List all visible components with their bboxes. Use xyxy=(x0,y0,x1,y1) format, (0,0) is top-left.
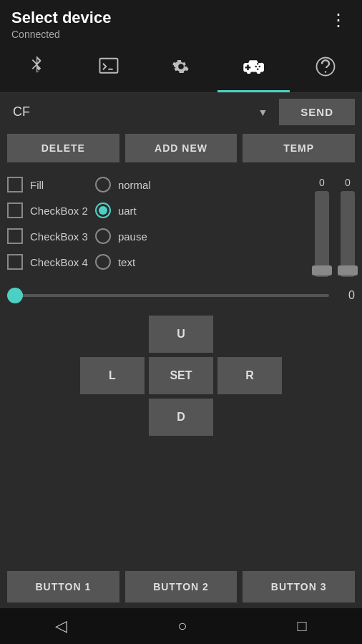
help-icon xyxy=(315,56,336,82)
bottom-button-1[interactable]: BUTTON 1 xyxy=(7,571,119,602)
gamepad-icon xyxy=(243,56,264,82)
toolbar: CF ▼ SEND xyxy=(0,93,362,131)
tab-gamepad[interactable] xyxy=(217,46,290,92)
horizontal-slider[interactable] xyxy=(7,288,329,303)
radio-pause-circle[interactable] xyxy=(95,228,111,244)
vertical-slider-2-value: 0 xyxy=(345,177,351,188)
more-menu-button[interactable]: ⋮ xyxy=(327,9,351,31)
checkbox-4-label: CheckBox 4 xyxy=(30,256,88,268)
radio-pause[interactable]: pause xyxy=(95,228,151,244)
vertical-slider-1: 0 xyxy=(315,177,329,277)
gear-icon xyxy=(170,56,192,82)
bottom-buttons: BUTTON 1 BUTTON 2 BUTTON 3 xyxy=(0,565,362,608)
temp-button[interactable]: TEMP xyxy=(243,134,355,162)
horizontal-slider-row: 0 xyxy=(0,283,362,308)
dpad-left-button[interactable]: L xyxy=(80,357,145,394)
vertical-slider-1-value: 0 xyxy=(319,177,325,188)
checkbox-fill[interactable]: Fill xyxy=(7,177,88,192)
checkbox-2-box[interactable] xyxy=(7,203,23,218)
checkbox-fill-label: Fill xyxy=(30,179,44,191)
checkbox-4-box[interactable] xyxy=(7,254,23,270)
radio-text-circle[interactable] xyxy=(95,254,111,270)
radio-column: normal uart pause text xyxy=(95,174,151,277)
delete-button[interactable]: DELETE xyxy=(7,134,119,162)
nav-back-button[interactable]: ◁ xyxy=(55,617,67,635)
bottom-button-3[interactable]: BUTTON 3 xyxy=(243,571,355,602)
checkbox-3-box[interactable] xyxy=(7,228,23,244)
radio-uart[interactable]: uart xyxy=(95,203,151,218)
checkbox-fill-box[interactable] xyxy=(7,177,23,192)
cf-dropdown[interactable]: CF ▼ xyxy=(7,102,273,122)
svg-rect-0 xyxy=(99,59,117,73)
dpad-set-button[interactable]: SET xyxy=(149,357,213,394)
add-new-button[interactable]: ADD NEW xyxy=(125,134,238,162)
dpad-right-button[interactable]: R xyxy=(217,357,282,394)
vertical-sliders: 0 0 xyxy=(158,174,355,277)
bluetooth-icon xyxy=(26,56,47,82)
dropdown-arrow-icon: ▼ xyxy=(258,107,268,118)
controls-area: Fill CheckBox 2 CheckBox 3 CheckBox 4 no… xyxy=(0,168,362,283)
tab-bar xyxy=(0,46,362,93)
tab-settings[interactable] xyxy=(145,46,217,92)
horizontal-slider-value: 0 xyxy=(338,289,355,302)
radio-text-label: text xyxy=(118,256,135,268)
dpad-up-button[interactable]: U xyxy=(149,316,213,353)
page-title: Select device xyxy=(11,9,111,27)
action-row: DELETE ADD NEW TEMP xyxy=(0,131,362,165)
tab-terminal[interactable] xyxy=(72,46,145,92)
tab-help[interactable] xyxy=(290,46,362,92)
vertical-slider-1-track[interactable] xyxy=(315,191,329,277)
dpad-middle-row: L SET R xyxy=(80,357,282,394)
header-text: Select device Connected xyxy=(11,9,111,40)
checkbox-2[interactable]: CheckBox 2 xyxy=(7,203,88,218)
vertical-slider-2-track[interactable] xyxy=(341,191,355,277)
send-button[interactable]: SEND xyxy=(279,99,355,125)
dpad-top-row: U xyxy=(149,316,213,353)
checkbox-4[interactable]: CheckBox 4 xyxy=(7,254,88,270)
header: Select device Connected ⋮ xyxy=(0,0,362,46)
vertical-slider-1-thumb xyxy=(312,265,332,275)
cf-value: CF xyxy=(13,104,30,119)
radio-normal-label: normal xyxy=(118,179,151,191)
radio-uart-label: uart xyxy=(118,205,137,217)
dpad-bottom-row: D xyxy=(149,399,213,436)
nav-recent-button[interactable]: □ xyxy=(298,617,307,635)
nav-home-button[interactable]: ○ xyxy=(177,617,187,635)
radio-normal-circle[interactable] xyxy=(95,177,111,192)
radio-text[interactable]: text xyxy=(95,254,151,270)
dpad-area: U L SET R D xyxy=(0,308,362,440)
checkbox-column: Fill CheckBox 2 CheckBox 3 CheckBox 4 xyxy=(7,174,88,277)
radio-pause-label: pause xyxy=(118,230,147,243)
connection-status: Connected xyxy=(11,29,111,40)
radio-uart-circle[interactable] xyxy=(95,203,111,218)
radio-normal[interactable]: normal xyxy=(95,177,151,192)
nav-bar: ◁ ○ □ xyxy=(0,608,362,644)
terminal-icon xyxy=(98,56,119,82)
dpad-down-button[interactable]: D xyxy=(149,399,213,436)
vertical-slider-2: 0 xyxy=(341,177,355,277)
tab-bluetooth[interactable] xyxy=(0,46,72,92)
bottom-button-2[interactable]: BUTTON 2 xyxy=(125,571,238,602)
checkbox-2-label: CheckBox 2 xyxy=(30,205,88,217)
checkbox-3[interactable]: CheckBox 3 xyxy=(7,228,88,244)
horizontal-slider-track xyxy=(7,294,329,297)
horizontal-slider-thumb[interactable] xyxy=(7,288,23,303)
svg-point-2 xyxy=(325,71,327,73)
vertical-slider-2-thumb xyxy=(338,265,358,275)
checkbox-3-label: CheckBox 3 xyxy=(30,230,88,243)
